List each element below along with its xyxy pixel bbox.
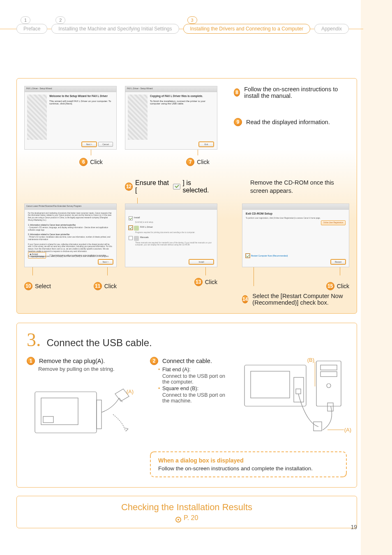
section-3-heading: Connect the USB cable. (47, 337, 152, 349)
svg-rect-9 (251, 371, 290, 398)
breadcrumb-item-installing-machine[interactable]: 2 Installing the Machine and Specifying … (51, 24, 179, 34)
dialog-box-note: When a dialog box is displayed Follow th… (150, 451, 347, 477)
svg-rect-5 (321, 365, 337, 370)
svg-rect-10 (294, 377, 304, 402)
step-11-label: Click (104, 283, 117, 289)
bullet-flat-end-sub: Connect to the USB port on the computer. (158, 373, 228, 385)
step-11-badge: 11 (94, 282, 102, 290)
breadcrumb-label-installing-machine: Installing the Machine and Specifying In… (51, 24, 179, 34)
usb-step-2-badge: 2 (150, 357, 158, 365)
step-15-label: Click (337, 283, 349, 289)
breadcrumb-label-appendix: Appendix (314, 24, 349, 34)
bullet-flat-end: Flat end (A): (158, 367, 228, 372)
license-next-button[interactable]: Next > (98, 259, 113, 264)
svg-point-7 (327, 384, 331, 388)
page-number: 19 (350, 524, 357, 530)
usb-step-1-badge: 1 (27, 357, 35, 365)
step-12-badge: 12 (125, 183, 133, 191)
printer-cap-illustration: (A) (31, 375, 138, 441)
manual-icon (134, 236, 139, 241)
online-registration-button[interactable]: Online User Registration (321, 220, 346, 225)
checking-results-panel: Checking the Installation Results P. 20 (16, 496, 357, 528)
section-3-number: 3. (27, 331, 41, 349)
svg-rect-11 (296, 389, 301, 394)
exit-setup-screenshot: Exit CD-ROM Setup To perform user regist… (242, 204, 349, 267)
label-a-2: (A) (344, 427, 351, 433)
wizard-exit-button[interactable]: Exit (199, 142, 214, 147)
svg-rect-1 (41, 398, 78, 425)
bullet-square-end: Square end (B): (158, 386, 228, 391)
connect-usb-panel: 3. Connect the USB cable. 1 Remove the c… (16, 323, 357, 488)
remove-cd-text: Remove the CD-ROM once this screen appea… (250, 178, 349, 195)
step-12-post: ] is selected. (183, 179, 218, 194)
breadcrumb-num-1: 1 (21, 16, 30, 24)
step-7-badge: 7 (186, 158, 194, 166)
breadcrumb-label-preface: Preface (16, 24, 47, 34)
checking-results-title: Checking the Installation Results (23, 502, 351, 513)
note-title: When a dialog box is displayed (158, 457, 339, 464)
note-body: Follow the on-screen instructions and co… (158, 465, 339, 472)
wizard-welcome-screenshot: FAX L Driver - Setup Wizard Welcome to t… (24, 86, 117, 150)
step-15-badge: 15 (326, 282, 334, 290)
step-14-badge: 14 (242, 295, 248, 303)
checkmark-icon (173, 184, 180, 190)
svg-rect-2 (43, 416, 53, 423)
breadcrumb-num-2: 2 (55, 16, 65, 24)
step-10-label: Select (35, 283, 51, 289)
wizard-cancel-button[interactable]: Cancel (98, 142, 113, 147)
step-13-label: Click (205, 279, 217, 285)
bullet-square-end-sub: Connect to the USB port on the machine. (158, 392, 228, 404)
usb-step-1-title: Remove the cap plug(A). (39, 358, 105, 364)
usb-step-1-sub: Remove by pulling on the string. (38, 366, 142, 372)
label-a-1: (A) (127, 388, 134, 395)
svg-rect-3 (97, 400, 101, 429)
step-14-text: Select the [Restart Computer Now (Recomm… (252, 293, 349, 306)
install-steps-panel: FAX L Driver - Setup Wizard Welcome to t… (16, 78, 357, 314)
breadcrumb-item-installing-drivers[interactable]: 3 Installing the Drivers and Connecting … (183, 24, 310, 34)
restart-checkbox[interactable] (246, 254, 250, 258)
fax-driver-checkbox[interactable] (129, 226, 133, 230)
step-7-label: Click (197, 159, 209, 165)
svg-rect-6 (321, 372, 337, 377)
checking-results-page-ref: P. 20 (23, 514, 351, 522)
step-6-label: Click (90, 159, 102, 165)
step-9-badge: 9 (234, 118, 242, 126)
wizard-complete-screenshot: FAX L Driver - Setup Wizard Copying of F… (125, 86, 217, 150)
step-8-badge: 8 (234, 88, 240, 97)
step-10-badge: 10 (24, 282, 32, 290)
usb-connection-illustration: (B) (A) (236, 357, 351, 447)
select-items-screenshot: Install [Unchck] to end setup. FAX L Dri… (125, 204, 217, 267)
breadcrumb: 1 Preface 2 Installing the Machine and S… (0, 21, 363, 37)
step-12-pre: Ensure that [ (135, 179, 171, 194)
manuals-checkbox[interactable] (129, 236, 133, 240)
usb-step-2-title: Connect the cable. (162, 358, 212, 364)
breadcrumb-label-installing-drivers: Installing the Drivers and Connecting to… (183, 24, 310, 34)
install-checkbox[interactable] (129, 216, 133, 220)
license-agreement-screenshot: Canon Laser Printer/Scanner/Fax Extended… (24, 204, 117, 267)
restart-button[interactable]: Restart (331, 259, 346, 264)
driver-icon (134, 226, 139, 231)
wizard-next-button[interactable]: Next > (82, 142, 97, 147)
breadcrumb-num-3: 3 (187, 16, 197, 24)
breadcrumb-item-appendix[interactable]: Appendix (314, 24, 349, 34)
step-9-text: Read the displayed information. (246, 119, 330, 125)
page-ref-icon (175, 517, 181, 523)
install-button[interactable]: Install (189, 259, 214, 264)
svg-rect-13 (327, 403, 333, 411)
breadcrumb-item-preface[interactable]: 1 Preface (16, 24, 47, 34)
step-13-badge: 13 (194, 278, 203, 286)
step-8-text: Follow the on-screen instructions to ins… (244, 86, 349, 99)
label-b: (B) (307, 357, 314, 363)
step-6-badge: 6 (79, 158, 88, 166)
